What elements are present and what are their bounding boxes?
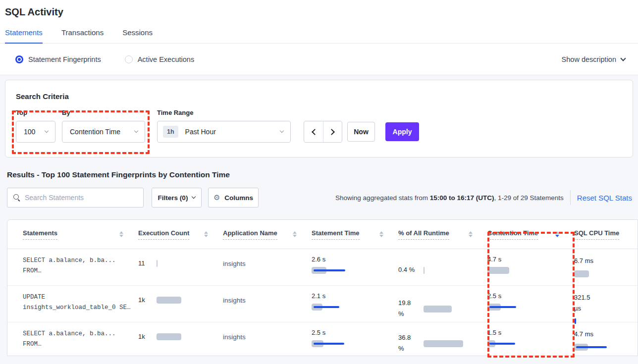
column-header-contention-time: Contention Time — [480, 229, 567, 240]
sort-icon[interactable] — [293, 231, 297, 237]
page-title: SQL Activity — [0, 0, 638, 18]
sort-icon-active-desc[interactable] — [555, 231, 559, 237]
contention-time-bar — [487, 340, 547, 348]
contention-time-bar — [487, 266, 547, 274]
execution-count-bar — [157, 333, 216, 341]
radio-active-executions[interactable]: Active Executions — [125, 55, 194, 63]
chevron-down-icon — [45, 129, 49, 133]
by-select-value: Contention Time — [70, 128, 120, 136]
statements-table: Statements Execution Count Application N… — [7, 219, 638, 356]
sql-cpu-time-bar — [574, 343, 634, 351]
previous-range-button[interactable] — [304, 121, 323, 142]
sql-cpu-time-bar — [574, 317, 634, 325]
search-criteria-heading: Search Criteria — [16, 92, 69, 101]
time-range-badge: 1h — [163, 126, 178, 138]
statement-time-bar — [312, 266, 371, 274]
radio-selected-icon — [15, 55, 23, 63]
radio-statement-fingerprints[interactable]: Statement Fingerprints — [15, 55, 101, 63]
column-header-execution-count: Execution Count — [131, 229, 216, 240]
show-description-label: Show description — [562, 55, 616, 63]
tab-sessions[interactable]: Sessions — [122, 28, 153, 43]
statement-time-cell: 2.6 s — [305, 256, 391, 285]
table-header-row: Statements Execution Count Application N… — [7, 220, 638, 249]
view-toggle-bar: Statement Fingerprints Active Executions… — [0, 44, 638, 75]
top-label: Top — [16, 109, 55, 116]
sql-cpu-time-cell: 6.7 ms — [567, 256, 638, 285]
top-select-value: 100 — [24, 128, 35, 136]
tab-bar: Statements Transactions Sessions — [0, 28, 638, 44]
sort-icon[interactable] — [379, 231, 383, 237]
column-header-sql-cpu-time: SQL CPU Time — [567, 229, 638, 240]
now-button[interactable]: Now — [347, 122, 375, 142]
filters-button[interactable]: Filters (0) — [152, 188, 202, 208]
page-header: SQL Activity Statements Transactions Ses… — [0, 0, 638, 44]
sort-icon[interactable] — [119, 231, 123, 237]
results-heading: Results - Top 100 Statement Fingerprints… — [7, 170, 638, 179]
show-description-toggle[interactable]: Show description — [562, 55, 625, 63]
search-criteria-card: Search Criteria Top 100 By Contention Ti… — [5, 80, 633, 157]
by-label: By — [62, 109, 145, 116]
statement-time-bar — [312, 303, 371, 311]
table-row: SELECT a.balance, b.ba... FROM… 1k insig… — [7, 322, 638, 356]
search-statements-input[interactable] — [25, 194, 129, 202]
time-range-pager — [304, 121, 342, 143]
chevron-down-icon — [280, 129, 284, 133]
sort-icon[interactable] — [204, 231, 208, 237]
top-field: Top 100 — [16, 109, 55, 143]
columns-button[interactable]: ⚙ Columns — [208, 188, 259, 208]
runtime-pct-cell: 0.4 % — [391, 255, 480, 285]
column-header-runtime-pct: % of All Runtime — [391, 229, 480, 240]
contention-time-cell: 2.5 s — [480, 292, 567, 325]
statement-link[interactable]: UPDATE insights_workload_table_0 SE… — [7, 292, 131, 325]
statement-link[interactable]: SELECT a.balance, b.ba... FROM… — [7, 256, 131, 285]
contention-time-cell: 1.5 s — [480, 329, 567, 356]
by-field: By Contention Time — [62, 109, 145, 143]
contention-time-cell: 4.7 s — [480, 256, 567, 285]
chevron-left-icon — [312, 129, 318, 135]
execution-count-cell: 1k — [131, 292, 216, 325]
time-range-value: Past Hour — [185, 128, 216, 136]
time-range-select[interactable]: 1h Past Hour — [157, 121, 291, 143]
sql-cpu-time-cell: 321.5 µs — [567, 292, 638, 325]
by-select[interactable]: Contention Time — [62, 121, 145, 143]
runtime-pct-bar — [424, 266, 481, 274]
runtime-pct-cell: 36.8 % — [391, 328, 480, 356]
chevron-down-icon — [192, 195, 196, 199]
sql-cpu-time-cell: 4.7 ms — [567, 329, 638, 356]
time-range-label: Time Range — [157, 109, 291, 116]
radio-unselected-icon — [125, 55, 133, 63]
application-name-cell: insights — [216, 329, 305, 356]
runtime-pct-cell: 19.8 % — [391, 291, 480, 325]
sql-cpu-time-bar — [574, 270, 634, 278]
application-name-cell: insights — [216, 256, 305, 285]
tab-transactions[interactable]: Transactions — [61, 28, 104, 43]
statement-time-bar — [312, 340, 371, 348]
apply-button[interactable]: Apply — [385, 122, 419, 141]
statement-link[interactable]: SELECT a.balance, b.ba... FROM… — [7, 329, 131, 356]
tab-statements[interactable]: Statements — [5, 28, 43, 44]
radio-label: Statement Fingerprints — [28, 55, 101, 63]
reset-sql-stats-link[interactable]: Reset SQL Stats — [577, 194, 632, 202]
table-row: UPDATE insights_workload_table_0 SE… 1k … — [7, 286, 638, 322]
chevron-down-icon — [620, 55, 626, 61]
radio-label: Active Executions — [138, 55, 194, 63]
aggregated-stats-text: Showing aggregated stats from 15:00 to 1… — [335, 194, 564, 202]
table-row: SELECT a.balance, b.ba... FROM… 11 insig… — [7, 249, 638, 286]
application-name-cell: insights — [216, 292, 305, 325]
results-toolbar: Filters (0) ⚙ Columns Showing aggregated… — [7, 188, 633, 208]
top-select[interactable]: 100 — [16, 121, 55, 143]
time-range-field: Time Range 1h Past Hour — [157, 109, 291, 143]
search-statements-box — [7, 188, 144, 208]
chevron-right-icon — [328, 129, 335, 135]
toolbar-divider — [570, 190, 571, 205]
execution-count-bar — [157, 296, 216, 304]
sort-icon[interactable] — [469, 231, 473, 237]
runtime-pct-bar — [424, 305, 481, 313]
next-range-button[interactable] — [323, 121, 342, 142]
chevron-down-icon — [134, 129, 138, 133]
runtime-pct-bar — [424, 340, 481, 348]
contention-time-bar — [487, 303, 547, 311]
column-header-statement-time: Statement Time — [305, 229, 391, 240]
execution-count-cell: 11 — [131, 256, 216, 285]
execution-count-bar — [157, 260, 216, 267]
